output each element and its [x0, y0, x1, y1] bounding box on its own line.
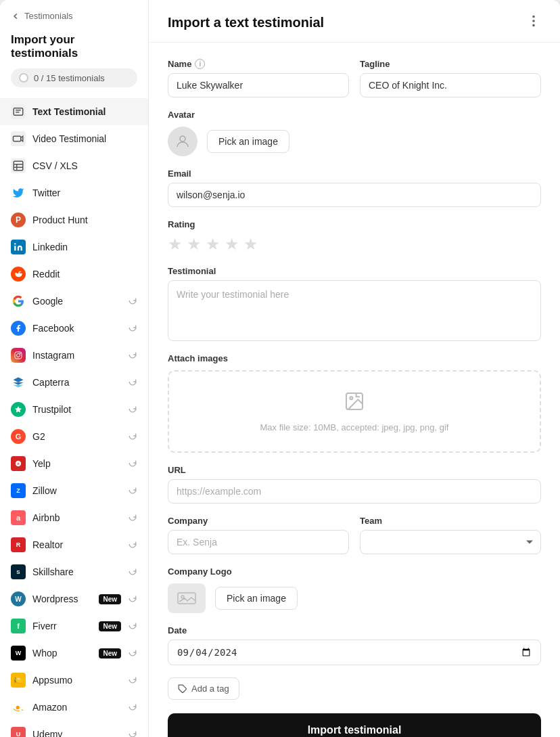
- company-logo-section: Company Logo Pick an image: [168, 566, 541, 613]
- producthunt-icon: P: [11, 213, 26, 227]
- svg-point-12: [17, 354, 20, 357]
- progress-text: 0 / 15 testimonials: [34, 73, 105, 83]
- sidebar-item-airbnb[interactable]: a Airbnb: [0, 504, 148, 531]
- back-arrow-icon: [11, 12, 20, 21]
- sidebar-item-reddit[interactable]: Reddit: [0, 261, 148, 288]
- sidebar-item-udemy[interactable]: U Udemy: [0, 721, 148, 737]
- whop-label: Whop: [32, 648, 92, 658]
- pick-logo-button[interactable]: Pick an image: [215, 587, 298, 610]
- sidebar-item-capterra[interactable]: Capterra: [0, 369, 148, 396]
- tagline-label: Tagline: [360, 59, 541, 69]
- reddit-icon: [11, 267, 26, 282]
- name-info-icon[interactable]: i: [195, 59, 205, 69]
- import-button[interactable]: Import testimonial: [168, 713, 541, 737]
- sidebar-item-appsumo[interactable]: 🍋 Appsumo: [0, 667, 148, 694]
- udemy-refresh-icon[interactable]: [128, 729, 137, 738]
- rating-label: Rating: [168, 219, 541, 229]
- instagram-icon: [11, 348, 26, 363]
- google-refresh-icon[interactable]: [128, 296, 137, 307]
- trustpilot-refresh-icon[interactable]: [128, 404, 137, 416]
- sidebar-item-google[interactable]: Google: [0, 288, 148, 315]
- pick-avatar-button[interactable]: Pick an image: [207, 130, 289, 153]
- g2-label: G2: [32, 431, 121, 442]
- svg-point-24: [180, 136, 185, 141]
- tagline-input[interactable]: [360, 73, 541, 97]
- star-1[interactable]: ★: [168, 235, 183, 254]
- sidebar-item-wordpress[interactable]: W Wordpress New: [0, 585, 148, 612]
- appsumo-label: Appsumo: [32, 675, 121, 686]
- zillow-label: Zillow: [32, 485, 121, 496]
- back-link[interactable]: Testimonials: [11, 11, 137, 21]
- url-input[interactable]: [168, 479, 541, 504]
- sidebar-item-zillow[interactable]: Z Zillow: [0, 477, 148, 504]
- menu-icon[interactable]: [526, 14, 541, 31]
- realtor-refresh-icon[interactable]: [128, 539, 137, 551]
- avatar-label: Avatar: [168, 110, 541, 120]
- zillow-refresh-icon[interactable]: [128, 485, 137, 497]
- appsumo-refresh-icon[interactable]: [128, 675, 137, 686]
- airbnb-label: Airbnb: [32, 512, 121, 523]
- sidebar-header: Testimonials: [0, 0, 148, 33]
- sidebar-item-g2[interactable]: G G2: [0, 423, 148, 450]
- yelp-label: Yelp: [32, 458, 121, 469]
- main-header: Import a text testimonial: [149, 0, 560, 43]
- sidebar-item-twitter[interactable]: Twitter: [0, 179, 148, 206]
- date-input[interactable]: [168, 640, 541, 665]
- text-icon: [11, 104, 26, 119]
- sidebar-item-facebook[interactable]: Facebook: [0, 315, 148, 342]
- sidebar-item-instagram[interactable]: Instagram: [0, 342, 148, 369]
- instagram-refresh-icon[interactable]: [128, 350, 137, 361]
- amazon-refresh-icon[interactable]: [128, 702, 137, 713]
- sidebar: Testimonials Import your testimonials 0 …: [0, 0, 149, 737]
- fiverr-refresh-icon[interactable]: [128, 621, 137, 632]
- g2-refresh-icon[interactable]: [128, 431, 137, 443]
- sidebar-item-fiverr[interactable]: f Fiverr New: [0, 612, 148, 640]
- testimonial-label: Testimonial: [168, 266, 541, 276]
- capterra-label: Capterra: [32, 377, 121, 388]
- google-icon: [11, 294, 26, 309]
- capterra-refresh-icon[interactable]: [128, 377, 137, 388]
- facebook-refresh-icon[interactable]: [128, 323, 137, 334]
- sidebar-item-skillshare[interactable]: S Skillshare: [0, 558, 148, 585]
- sidebar-item-amazon[interactable]: Amazon: [0, 694, 148, 721]
- svg-point-9: [14, 243, 16, 244]
- sidebar-item-trustpilot[interactable]: Trustpilot: [0, 396, 148, 423]
- linkedin-icon: [11, 240, 26, 254]
- testimonial-textarea[interactable]: [168, 280, 541, 341]
- fiverr-icon: f: [11, 619, 26, 633]
- email-input[interactable]: [168, 183, 541, 207]
- attach-dropzone[interactable]: Max file size: 10MB, accepted: jpeg, jpg…: [168, 370, 541, 453]
- sidebar-item-yelp[interactable]: Yelp: [0, 450, 148, 477]
- sidebar-item-realtor[interactable]: R Realtor: [0, 531, 148, 558]
- name-input[interactable]: [168, 73, 349, 97]
- email-label: Email: [168, 169, 541, 179]
- sidebar-item-csv[interactable]: CSV / XLS: [0, 152, 148, 179]
- star-2[interactable]: ★: [187, 235, 202, 254]
- star-3[interactable]: ★: [206, 235, 220, 254]
- zillow-icon: Z: [11, 483, 26, 498]
- star-4[interactable]: ★: [225, 235, 239, 254]
- sidebar-nav: Text Testimonial Video Testimonial CSV /…: [0, 98, 148, 737]
- company-input[interactable]: [168, 530, 349, 554]
- airbnb-icon: a: [11, 510, 26, 525]
- sidebar-item-video[interactable]: Video Testimonial: [0, 125, 148, 152]
- csv-icon: [11, 158, 26, 173]
- name-label: Name i: [168, 59, 349, 69]
- sidebar-item-linkedin[interactable]: Linkedin: [0, 233, 148, 261]
- company-label: Company: [168, 516, 349, 526]
- wordpress-refresh-icon[interactable]: [128, 594, 137, 605]
- airbnb-refresh-icon[interactable]: [128, 512, 137, 524]
- video-icon: [11, 131, 26, 146]
- team-select[interactable]: [360, 530, 541, 554]
- star-5[interactable]: ★: [243, 235, 258, 254]
- skillshare-refresh-icon[interactable]: [128, 566, 137, 578]
- wordpress-badge: New: [99, 594, 121, 604]
- add-tag-button[interactable]: Add a tag: [168, 677, 239, 700]
- sidebar-item-text[interactable]: Text Testimonial: [0, 98, 148, 125]
- g2-icon: G: [11, 429, 26, 444]
- whop-icon: W: [11, 646, 26, 661]
- sidebar-item-producthunt[interactable]: P Product Hunt: [0, 206, 148, 233]
- yelp-refresh-icon[interactable]: [128, 458, 137, 470]
- whop-refresh-icon[interactable]: [128, 648, 137, 659]
- sidebar-item-whop[interactable]: W Whop New: [0, 640, 148, 667]
